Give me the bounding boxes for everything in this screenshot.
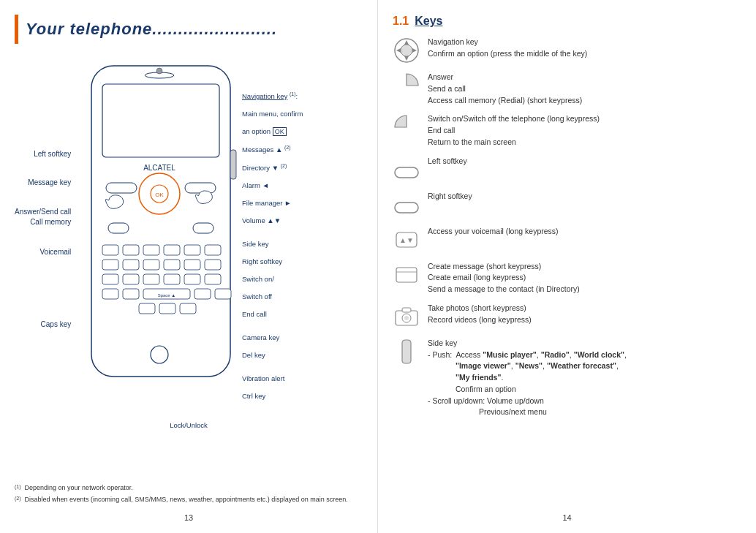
section-title: Keys — [415, 15, 442, 28]
rlabel-directory: Directory ▼ (2) — [242, 163, 359, 172]
rlabel-ctrl-key: Ctrl key — [242, 392, 359, 400]
footnote-2: (2) Disabled when events (incoming call,… — [15, 496, 363, 504]
svg-rect-16 — [205, 245, 221, 255]
answer-key-icon — [393, 72, 420, 99]
key-row-answer: Answer Send a call Access call memory (R… — [393, 72, 741, 106]
key-row-voicemail: ▲▼ Access your voicemail (long keypress) — [393, 226, 741, 254]
left-softkey-icon — [393, 156, 420, 184]
svg-rect-39 — [230, 150, 236, 179]
camera-key-icon — [393, 303, 420, 330]
section-number: 1.1 — [393, 15, 409, 28]
section-header: 1.1 Keys — [393, 15, 741, 28]
rlabel-camera-key: Camera key — [242, 333, 359, 341]
left-page: Your telephone........................ L… — [0, 0, 378, 533]
message-key-icon — [393, 261, 420, 289]
label-voicemail: Voicemail — [15, 248, 71, 256]
camera-key-desc: Take photos (short keypress) Record vide… — [428, 303, 741, 326]
orange-bar — [15, 15, 18, 44]
rlabel-main-menu: Main menu, confirm — [242, 110, 359, 118]
rlabel-file-manager: File manager ► — [242, 199, 359, 207]
svg-rect-8 — [185, 183, 216, 193]
left-labels: Left softkey Message key Answer/Send cal… — [15, 150, 71, 328]
svg-rect-51 — [396, 268, 417, 282]
answer-key-desc: Answer Send a call Access call memory (R… — [428, 72, 741, 106]
switch-key-desc: Switch on/Switch off the telephone (long… — [428, 113, 741, 148]
right-softkey-desc: Right softkey — [428, 191, 741, 203]
svg-rect-1 — [102, 84, 219, 157]
rlabel-end-call: End call — [242, 310, 359, 318]
key-row-navigation: Navigation key Confirm an option (press … — [393, 37, 741, 64]
svg-rect-48 — [395, 203, 418, 213]
right-labels: Navigation key (1): Main menu, confirm a… — [242, 91, 359, 400]
key-row-side: Side key - Push: Access "Music player", … — [393, 338, 741, 418]
side-key-desc: Side key - Push: Access "Music player", … — [428, 338, 741, 418]
footnotes: (1) Depending on your network operator. … — [15, 477, 363, 507]
key-row-camera: Take photos (short keypress) Record vide… — [393, 303, 741, 330]
svg-rect-25 — [143, 274, 159, 284]
footnote-1: (1) Depending on your network operator. — [15, 484, 363, 493]
svg-rect-7 — [106, 183, 137, 193]
left-page-number: 13 — [15, 513, 363, 522]
keys-list: Navigation key Confirm an option (press … — [393, 37, 741, 507]
right-softkey-icon — [393, 191, 420, 219]
switch-key-icon — [393, 113, 420, 141]
svg-rect-24 — [123, 274, 139, 284]
rlabel-vibration: Vibration alert — [242, 374, 359, 382]
label-left-softkey: Left softkey — [15, 150, 71, 158]
nav-key-icon — [393, 37, 420, 64]
svg-rect-14 — [164, 245, 180, 255]
svg-rect-57 — [402, 340, 411, 363]
rlabel-right-softkey: Right softkey — [242, 257, 359, 265]
rlabel-side-key: Side key — [242, 240, 359, 248]
svg-rect-11 — [102, 245, 118, 255]
rlabel-messages: Messages ▲ (2) — [242, 145, 359, 154]
svg-rect-29 — [102, 289, 118, 299]
label-caps-key: Caps key — [15, 320, 71, 328]
svg-rect-37 — [180, 303, 196, 314]
phone-diagram-area: Left softkey Message key Answer/Send cal… — [15, 55, 363, 477]
svg-rect-30 — [123, 289, 139, 299]
label-answer-send: Answer/Send callCall memory — [15, 207, 71, 227]
key-row-left-softkey: Left softkey — [393, 156, 741, 184]
svg-text:▲▼: ▲▼ — [399, 236, 414, 244]
svg-rect-27 — [184, 274, 200, 284]
svg-rect-13 — [143, 245, 159, 255]
key-row-message: Create message (short keypress) Create e… — [393, 261, 741, 295]
phone-svg: ALCATEL OK — [80, 62, 241, 384]
rlabel-option: an option OK — [242, 127, 359, 135]
rlabel-volume: Volume ▲▼ — [242, 216, 359, 224]
label-lock-unlock: Lock/Unlock — [170, 421, 208, 429]
svg-text:Space ▲: Space ▲ — [158, 293, 176, 298]
svg-rect-35 — [139, 303, 155, 314]
svg-rect-9 — [108, 223, 129, 233]
nav-key-desc: Navigation key Confirm an option (press … — [428, 37, 741, 60]
svg-rect-33 — [194, 289, 211, 299]
svg-rect-12 — [123, 245, 139, 255]
page-header: Your telephone........................ — [15, 15, 363, 44]
svg-point-40 — [156, 68, 162, 74]
phone-illustration: ALCATEL OK — [80, 62, 241, 377]
svg-rect-47 — [395, 167, 418, 178]
right-page-number: 14 — [393, 513, 741, 522]
rlabel-switch-off: Switch off — [242, 292, 359, 300]
svg-point-38 — [151, 346, 168, 363]
svg-rect-34 — [215, 289, 231, 299]
key-row-right-softkey: Right softkey — [393, 191, 741, 219]
rlabel-switch-on: Switch on/ — [242, 275, 359, 283]
rlabel-del-key: Del key — [242, 351, 359, 359]
left-softkey-desc: Left softkey — [428, 156, 741, 167]
right-page: 1.1 Keys Navigation key Confirm an optio… — [378, 0, 756, 533]
rlabel-alarm: Alarm ◄ — [242, 181, 359, 189]
svg-rect-20 — [164, 260, 180, 270]
svg-rect-10 — [193, 223, 213, 233]
rlabel-nav-key: Navigation key (1): — [242, 91, 359, 100]
side-key-icon — [393, 338, 420, 366]
svg-text:OK: OK — [155, 192, 164, 198]
label-message-key: Message key — [15, 178, 71, 186]
svg-rect-19 — [143, 260, 159, 270]
svg-text:ALCATEL: ALCATEL — [143, 164, 175, 172]
key-row-switch: Switch on/Switch off the telephone (long… — [393, 113, 741, 148]
svg-rect-28 — [205, 274, 221, 284]
svg-rect-26 — [164, 274, 180, 284]
voicemail-key-desc: Access your voicemail (long keypress) — [428, 226, 741, 238]
